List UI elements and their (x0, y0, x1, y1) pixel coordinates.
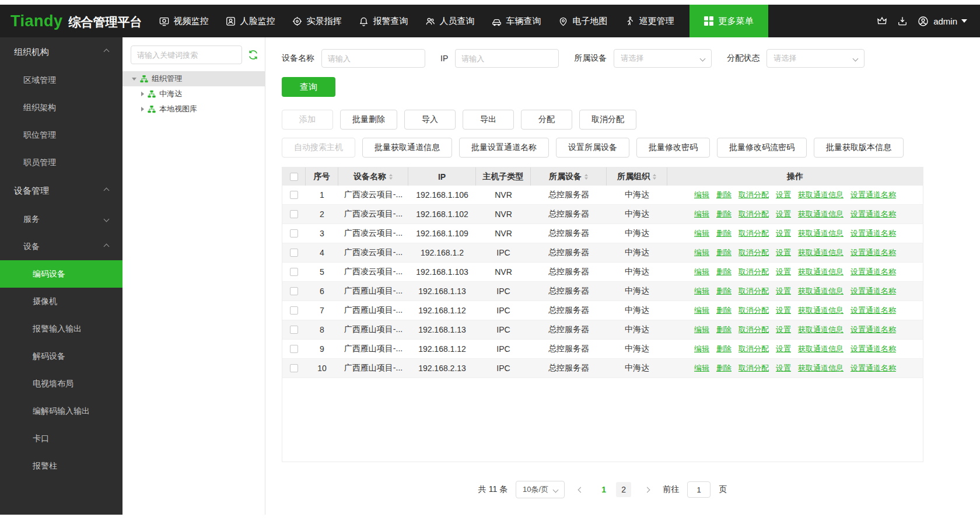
row-action-link[interactable]: 删除 (716, 209, 732, 219)
row-action-link[interactable]: 设置通道名称 (850, 267, 896, 277)
row-action-link[interactable]: 设置 (776, 363, 791, 373)
toolbar-button[interactable]: 添加 (282, 110, 333, 130)
row-action-link[interactable]: 编辑 (694, 305, 709, 316)
row-checkbox[interactable] (290, 364, 298, 372)
tree-node-root[interactable]: 组织管理 (123, 71, 265, 86)
row-action-link[interactable]: 删除 (716, 228, 732, 239)
goto-page-input[interactable] (687, 481, 710, 498)
row-action-link[interactable]: 获取通道信息 (798, 363, 844, 373)
row-checkbox[interactable] (290, 249, 298, 257)
row-action-link[interactable]: 删除 (716, 190, 732, 200)
prev-page-button[interactable] (573, 482, 588, 497)
row-action-link[interactable]: 获取通道信息 (798, 305, 844, 316)
caret-right-icon[interactable] (141, 107, 144, 111)
row-action-link[interactable]: 获取通道信息 (798, 228, 844, 239)
sidebar-item-org-structure[interactable]: 组织架构 (0, 94, 123, 121)
sidebar-item-alarm-post[interactable]: 报警柱 (0, 452, 123, 480)
nav-item-patrol[interactable]: 巡更管理 (624, 16, 674, 27)
sidebar-item-position-management[interactable]: 职位管理 (0, 121, 123, 149)
row-checkbox[interactable] (290, 345, 298, 353)
tree-node-zhonghaida[interactable]: 中海达 (123, 86, 265, 102)
row-action-link[interactable]: 设置 (776, 305, 791, 316)
row-action-link[interactable]: 设置通道名称 (850, 344, 896, 354)
row-action-link[interactable]: 编辑 (694, 228, 709, 239)
row-action-link[interactable]: 设置 (776, 344, 791, 354)
tree-node-local-view-library[interactable]: 本地视图库 (123, 102, 265, 117)
assign-status-select[interactable]: 请选择 (766, 49, 864, 68)
toolbar-button[interactable]: 批量获取通道信息 (362, 138, 452, 158)
nav-item-emap[interactable]: 电子地图 (558, 16, 608, 27)
row-action-link[interactable]: 获取通道信息 (798, 209, 844, 219)
row-action-link[interactable]: 设置 (776, 209, 791, 219)
row-action-link[interactable]: 获取通道信息 (798, 267, 844, 277)
row-action-link[interactable]: 取消分配 (738, 190, 769, 200)
sort-icon[interactable] (389, 174, 393, 180)
row-action-link[interactable]: 编辑 (694, 344, 709, 354)
row-action-link[interactable]: 编辑 (694, 247, 709, 258)
toolbar-button[interactable]: 批量设置通道名称 (459, 138, 549, 158)
device-name-input[interactable] (321, 49, 425, 68)
row-action-link[interactable]: 获取通道信息 (798, 247, 844, 258)
sidebar-item-encoding-device[interactable]: 编码设备 (0, 260, 123, 288)
row-action-link[interactable]: 设置通道名称 (850, 324, 896, 335)
toolbar-button[interactable]: 批量删除 (340, 110, 397, 130)
row-action-link[interactable]: 取消分配 (738, 247, 769, 258)
row-action-link[interactable]: 删除 (716, 247, 732, 258)
row-action-link[interactable]: 取消分配 (738, 363, 769, 373)
row-action-link[interactable]: 编辑 (694, 363, 709, 373)
sort-icon[interactable] (653, 174, 656, 180)
page-size-select[interactable]: 10条/页 (516, 481, 565, 498)
col-device-name[interactable]: 设备名称 (338, 167, 408, 186)
row-action-link[interactable]: 删除 (716, 324, 732, 335)
caret-down-icon[interactable] (132, 78, 136, 81)
toolbar-button[interactable]: 批量获取版本信息 (814, 138, 904, 158)
sidebar-item-checkpoint[interactable]: 卡口 (0, 425, 123, 452)
next-page-button[interactable] (639, 482, 654, 497)
col-parent-device[interactable]: 所属设备 (531, 167, 607, 186)
sidebar-item-staff-management[interactable]: 职员管理 (0, 149, 123, 176)
row-action-link[interactable]: 设置 (776, 286, 791, 296)
row-action-link[interactable]: 取消分配 (738, 344, 769, 354)
sidebar-item-alarm-io[interactable]: 报警输入输出 (0, 315, 123, 343)
select-all-checkbox[interactable] (290, 173, 298, 181)
row-action-link[interactable]: 设置通道名称 (850, 190, 896, 200)
nav-item-face-monitor[interactable]: 人脸监控 (225, 16, 275, 27)
row-action-link[interactable]: 设置通道名称 (850, 209, 896, 219)
toolbar-button[interactable]: 批量修改码流密码 (717, 138, 807, 158)
row-checkbox[interactable] (290, 210, 298, 218)
page-number[interactable]: 1 (596, 482, 611, 497)
download-icon[interactable] (897, 15, 908, 27)
more-menu-button[interactable]: 更多菜单 (690, 5, 768, 37)
sidebar-item-decoding-device[interactable]: 解码设备 (0, 343, 123, 370)
nav-item-personnel-query[interactable]: 人员查询 (425, 16, 475, 27)
row-action-link[interactable]: 设置 (776, 190, 791, 200)
row-action-link[interactable]: 设置通道名称 (850, 247, 896, 258)
sidebar-item-camera[interactable]: 摄像机 (0, 288, 123, 315)
row-action-link[interactable]: 删除 (716, 363, 732, 373)
row-action-link[interactable]: 设置 (776, 228, 791, 239)
row-action-link[interactable]: 取消分配 (738, 267, 769, 277)
sidebar-section-organization[interactable]: 组织机构 (0, 37, 123, 67)
row-action-link[interactable]: 删除 (716, 267, 732, 277)
row-action-link[interactable]: 设置通道名称 (850, 286, 896, 296)
caret-right-icon[interactable] (141, 92, 144, 96)
row-action-link[interactable]: 设置 (776, 267, 791, 277)
refresh-icon[interactable] (247, 49, 259, 61)
nav-item-vehicle-query[interactable]: 车辆查询 (491, 16, 541, 27)
crown-icon[interactable] (876, 15, 888, 27)
row-action-link[interactable]: 删除 (716, 286, 732, 296)
row-action-link[interactable]: 编辑 (694, 324, 709, 335)
row-action-link[interactable]: 取消分配 (738, 305, 769, 316)
row-checkbox[interactable] (290, 287, 298, 295)
row-action-link[interactable]: 取消分配 (738, 286, 769, 296)
toolbar-button[interactable]: 取消分配 (579, 110, 636, 130)
row-action-link[interactable]: 获取通道信息 (798, 190, 844, 200)
sort-icon[interactable] (584, 174, 588, 180)
toolbar-button[interactable]: 导入 (404, 110, 456, 130)
row-action-link[interactable]: 编辑 (694, 190, 709, 200)
toolbar-button[interactable]: 自动搜索主机 (282, 138, 355, 158)
row-action-link[interactable]: 获取通道信息 (798, 286, 844, 296)
nav-item-alarm-query[interactable]: 报警查询 (358, 16, 408, 27)
sidebar-item-device[interactable]: 设备 (0, 233, 123, 260)
toolbar-button[interactable]: 导出 (463, 110, 514, 130)
